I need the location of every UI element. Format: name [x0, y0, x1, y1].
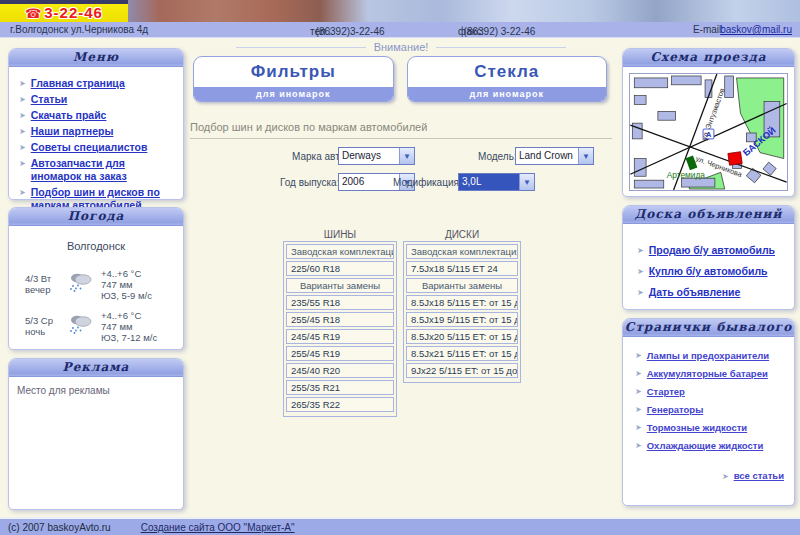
email-link[interactable]: baskov@mail.ru: [720, 24, 792, 35]
table-row: 265/35 R22: [286, 397, 394, 412]
model-select-value: Land Crown: [516, 148, 578, 164]
menu-list: ➤ Главная страница ➤ Статьи ➤ Скачать пр…: [9, 67, 183, 212]
chevron-down-icon[interactable]: ▼: [519, 174, 534, 190]
disks-factory-header: Заводская комплектация: [406, 244, 518, 259]
glass-banner-subtitle: для иномарок: [408, 87, 607, 101]
tips-panel: Странички бывалого ➤ Лампы и предохранит…: [622, 318, 795, 506]
table-row: 8.5Jx18 5/115 ET: от 15 до 22: [406, 295, 518, 310]
disks-variant-rows: 8.5Jx18 5/115 ET: от 15 до 228.5Jx19 5/1…: [406, 295, 518, 378]
all-articles-link[interactable]: все статьи: [734, 470, 784, 483]
menu-item-link[interactable]: Советы специалистов: [31, 141, 148, 154]
board-item-link[interactable]: Дать объявление: [649, 286, 741, 299]
tips-item[interactable]: ➤ Стартер: [635, 385, 788, 398]
weather-time: ночь: [25, 326, 61, 337]
arrow-bullet-icon: ➤: [635, 385, 642, 398]
arrow-bullet-icon: ➤: [635, 421, 642, 434]
menu-item-link[interactable]: Статьи: [31, 93, 68, 106]
weather-row: 4/3 Вт вечер +4..+6 °C 747 мм ЮЗ, 5-9: [25, 268, 183, 301]
menu-item[interactable]: ➤ Наши партнеры: [19, 125, 177, 138]
model-select[interactable]: Land Crown ▼: [515, 147, 594, 165]
phone-banner: ☎ 3-22-46: [0, 0, 128, 22]
weather-temp: +4..+6 °C: [101, 268, 152, 279]
board-item[interactable]: ➤ Продаю б/у автомобиль: [637, 244, 788, 257]
menu-item[interactable]: ➤ Советы специалистов: [19, 141, 177, 154]
weather-panel: Погода Волгодонск 4/3 Вт вечер: [8, 207, 184, 350]
board-item[interactable]: ➤ Куплю б/у автомобиль: [637, 265, 788, 278]
table-row: 255/45 R19: [286, 346, 394, 361]
map-shop-label: Артемида: [667, 170, 706, 180]
header-photo-banner: ☎ 3-22-46: [0, 0, 800, 22]
arrow-bullet-icon: ➤: [637, 244, 644, 257]
tips-item[interactable]: ➤ Охлаждающие жидкости: [635, 439, 788, 452]
arrow-bullet-icon: ➤: [635, 349, 642, 362]
weather-temp: +4..+6 °C: [101, 310, 157, 321]
page: ☎ 3-22-46 г.Волгодонск ул.Черникова 4д т…: [0, 0, 800, 535]
model-label: Модель:: [478, 151, 517, 162]
disks-table: Заводская комплектация 7.5Jx18 5/115 ET …: [403, 241, 521, 383]
menu-item-link[interactable]: Главная страница: [31, 77, 125, 90]
tips-item[interactable]: ➤ Генераторы: [635, 403, 788, 416]
filters-banner-button[interactable]: Фильтры для иномарок: [193, 56, 394, 102]
tips-item-link[interactable]: Охлаждающие жидкости: [647, 439, 764, 452]
promo-banners: Фильтры для иномарок Стекла для иномарок: [193, 56, 607, 102]
menu-item[interactable]: ➤ Автозапчасти для иномарок на заказ: [19, 157, 177, 183]
disks-variants-header: Варианты замены: [406, 278, 518, 293]
modification-select[interactable]: 3,0L ▼: [458, 173, 535, 191]
arrow-bullet-icon: ➤: [637, 286, 644, 299]
footer-bar: (c) 2007 baskoyAvto.ru Создание сайта ОО…: [0, 517, 800, 535]
tires-factory-rows: 225/60 R18: [286, 261, 394, 276]
arrow-bullet-icon: ➤: [722, 470, 729, 483]
menu-item[interactable]: ➤ Скачать прайс: [19, 109, 177, 122]
arrow-bullet-icon: ➤: [19, 93, 26, 106]
tips-item[interactable]: ➤ Лампы и предохранители: [635, 349, 788, 362]
phone-text: тел.: (86392)3-22-46: [310, 24, 316, 35]
address-text: г.Волгодонск ул.Черникова 4д: [10, 24, 148, 35]
table-row: 8.5Jx21 5/115 ET: от 15 до 22: [406, 346, 518, 361]
year-select-value: 2006: [339, 174, 399, 190]
contact-bar: г.Волгодонск ул.Черникова 4д тел.: (8639…: [0, 22, 800, 38]
chevron-down-icon[interactable]: ▼: [399, 148, 414, 164]
menu-item-link[interactable]: Автозапчасти для иномарок на заказ: [31, 157, 177, 183]
table-row: 255/35 R21: [286, 380, 394, 395]
tips-item[interactable]: ➤ Аккумуляторные батареи: [635, 367, 788, 380]
tips-item-link[interactable]: Генераторы: [647, 403, 704, 416]
tips-item-link[interactable]: Аккумуляторные батареи: [647, 367, 768, 380]
tips-item-link[interactable]: Тормозные жидкости: [647, 421, 747, 434]
board-item-link[interactable]: Продаю б/у автомобиль: [649, 244, 775, 257]
menu-item-link[interactable]: Наши партнеры: [31, 125, 114, 138]
weather-date: 5/3 Ср: [25, 315, 61, 326]
arrow-bullet-icon: ➤: [635, 403, 642, 416]
rain-cloud-icon: [68, 268, 94, 301]
site-credits-link[interactable]: Создание сайта ООО "Маркет-А": [141, 522, 295, 533]
arrow-bullet-icon: ➤: [19, 125, 26, 138]
weather-panel-title: Погода: [9, 208, 183, 226]
tips-item-link[interactable]: Лампы и предохранители: [647, 349, 769, 362]
brand-select[interactable]: Derways ▼: [338, 147, 415, 165]
menu-item[interactable]: ➤ Главная страница: [19, 77, 177, 90]
ads-panel: Реклама Место для рекламы: [8, 358, 184, 510]
tires-table: Заводская комплектация 225/60 R18 Вариан…: [283, 241, 397, 417]
tips-item-link[interactable]: Стартер: [647, 385, 685, 398]
year-label: Год выпуска:: [280, 177, 339, 188]
board-item-link[interactable]: Куплю б/у автомобиль: [649, 265, 768, 278]
weather-wind: ЮЗ, 7-12 м/с: [101, 332, 157, 343]
arrow-bullet-icon: ➤: [19, 109, 26, 122]
phone-banner-number: 3-22-46: [44, 5, 103, 21]
table-row: 245/45 R19: [286, 329, 394, 344]
copyright-text: (c) 2007 baskoyAvto.ru: [8, 522, 111, 533]
table-row: 8.5Jx20 5/115 ET: от 15 до 22: [406, 329, 518, 344]
location-map: А ул. Энтузиастов ул. Черникова БАСКОЙ А…: [629, 73, 788, 191]
modification-label: Модификация:: [393, 177, 462, 188]
chevron-down-icon[interactable]: ▼: [578, 148, 593, 164]
board-list: ➤ Продаю б/у автомобиль ➤ Куплю б/у авто…: [623, 224, 794, 299]
attention-text: Внимание!: [374, 41, 429, 53]
menu-item-link[interactable]: Скачать прайс: [31, 109, 107, 122]
ads-placeholder: Место для рекламы: [9, 377, 183, 404]
fax-text: факс: (86392) 3-22-46: [458, 24, 464, 35]
table-row: 8.5Jx19 5/115 ET: от 15 до 22: [406, 312, 518, 327]
menu-item[interactable]: ➤ Статьи: [19, 93, 177, 106]
modification-select-value: 3,0L: [459, 174, 519, 190]
board-item[interactable]: ➤ Дать объявление: [637, 286, 788, 299]
glass-banner-button[interactable]: Стекла для иномарок: [407, 56, 608, 102]
tips-item[interactable]: ➤ Тормозные жидкости: [635, 421, 788, 434]
